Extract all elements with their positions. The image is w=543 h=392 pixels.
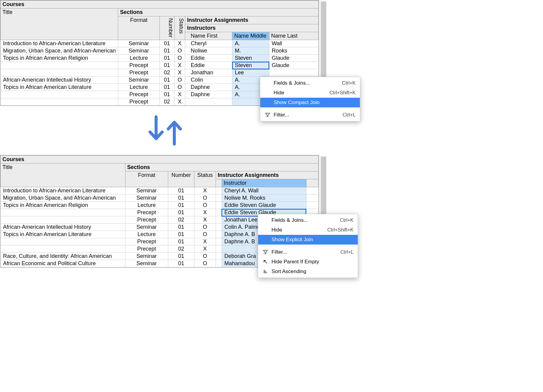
- cell[interactable]: Seminar: [125, 224, 168, 231]
- cell[interactable]: 02: [168, 245, 194, 253]
- cell[interactable]: O: [194, 224, 216, 231]
- cell[interactable]: X: [174, 40, 185, 47]
- cell[interactable]: 02: [159, 98, 174, 106]
- cell[interactable]: X: [194, 238, 216, 245]
- cell[interactable]: [216, 209, 222, 216]
- cell[interactable]: X: [194, 216, 216, 224]
- cell[interactable]: [216, 194, 222, 202]
- cell[interactable]: Seminar: [118, 47, 160, 55]
- cell[interactable]: 01: [159, 40, 174, 47]
- cell[interactable]: Migration, Urban Space, and African-Amer…: [1, 47, 118, 55]
- cell[interactable]: [216, 238, 222, 245]
- header-courses[interactable]: Courses: [1, 156, 319, 164]
- cell[interactable]: Precept: [125, 245, 168, 253]
- cell[interactable]: [216, 224, 222, 231]
- cell[interactable]: Glaude: [269, 62, 318, 69]
- cell[interactable]: African-American Intellectual History: [1, 224, 125, 231]
- header-name-middle[interactable]: Name Middle: [232, 32, 269, 40]
- cell[interactable]: A.: [232, 40, 269, 47]
- cell[interactable]: 01: [168, 194, 194, 202]
- cell[interactable]: O: [174, 84, 185, 91]
- cell[interactable]: Precept: [125, 209, 168, 216]
- cell[interactable]: [216, 260, 222, 267]
- cell[interactable]: 01: [159, 47, 174, 55]
- cell[interactable]: Lecture: [125, 202, 168, 209]
- header-number[interactable]: Number: [159, 16, 174, 40]
- cell[interactable]: 01: [159, 76, 174, 84]
- cell[interactable]: Precept: [125, 216, 168, 224]
- cell[interactable]: Seminar: [118, 40, 160, 47]
- cell[interactable]: Jonathan: [185, 69, 232, 76]
- cell[interactable]: 01: [168, 209, 194, 216]
- cell[interactable]: Precept: [118, 69, 160, 76]
- cell[interactable]: [216, 253, 222, 260]
- cell[interactable]: X: [174, 69, 185, 76]
- cell[interactable]: O: [194, 194, 216, 202]
- cell[interactable]: 01: [168, 238, 194, 245]
- menu-hide-parent[interactable]: Hide Parent If Empty: [258, 257, 358, 267]
- cell[interactable]: Eddie: [185, 62, 232, 69]
- cell[interactable]: Topics in African American Literature: [1, 231, 125, 238]
- menu-hide[interactable]: Hide Ctrl+Shift+K: [258, 225, 358, 235]
- cell[interactable]: Seminar: [125, 194, 168, 202]
- cell[interactable]: [216, 216, 222, 224]
- cell[interactable]: O: [174, 47, 185, 55]
- cell[interactable]: X: [174, 62, 185, 69]
- cell[interactable]: Lecture: [125, 231, 168, 238]
- header-sections[interactable]: Sections: [125, 164, 318, 171]
- cell[interactable]: X: [174, 98, 185, 106]
- courses-table-compact[interactable]: Courses Title Sections Format Number Sta…: [0, 155, 319, 268]
- table-row[interactable]: Topics in African American ReligionLectu…: [1, 202, 319, 209]
- cell[interactable]: Seminar: [125, 260, 168, 267]
- cell[interactable]: Migration, Urban Space, and African-Amer…: [1, 194, 125, 202]
- menu-hide[interactable]: Hide Ctrl+Shift+K: [260, 88, 360, 98]
- cell[interactable]: Steven: [232, 62, 269, 69]
- cell[interactable]: Introduction to African-American Literat…: [1, 187, 125, 194]
- header-title[interactable]: Title: [1, 8, 118, 40]
- cell[interactable]: [306, 202, 318, 209]
- menu-filter[interactable]: Filter... Ctrl+L: [260, 110, 360, 120]
- cell[interactable]: Topics in African American Religion: [1, 202, 125, 209]
- table-row[interactable]: Introduction to African-American Literat…: [1, 40, 319, 47]
- cell[interactable]: Daphne: [185, 91, 232, 98]
- cell[interactable]: 01: [159, 91, 174, 98]
- cell[interactable]: 01: [159, 55, 174, 62]
- cell[interactable]: 01: [168, 202, 194, 209]
- cell[interactable]: Eddie: [185, 55, 232, 62]
- cell[interactable]: O: [174, 55, 185, 62]
- cell[interactable]: [1, 98, 118, 106]
- menu-filter[interactable]: Filter... Ctrl+L: [258, 247, 358, 257]
- cell[interactable]: 01: [168, 187, 194, 194]
- cell[interactable]: 01: [168, 231, 194, 238]
- header-instructors[interactable]: Instructors: [185, 24, 319, 32]
- cell[interactable]: [1, 69, 118, 76]
- cell[interactable]: Introduction to African-American Literat…: [1, 40, 118, 47]
- cell[interactable]: 01: [159, 62, 174, 69]
- cell[interactable]: O: [194, 202, 216, 209]
- cell[interactable]: Cheryl A. Wall: [222, 187, 306, 194]
- cell[interactable]: African-American Intellectual History: [1, 76, 118, 84]
- cell[interactable]: Cheryl: [185, 40, 232, 47]
- cell[interactable]: [216, 202, 222, 209]
- cell[interactable]: X: [194, 187, 216, 194]
- cell[interactable]: X: [194, 209, 216, 216]
- cell[interactable]: [1, 91, 118, 98]
- table-row[interactable]: Migration, Urban Space, and African-Amer…: [1, 194, 319, 202]
- cell[interactable]: Noliwe M. Rooks: [222, 194, 306, 202]
- cell[interactable]: X: [174, 91, 185, 98]
- header-instructor-assignments[interactable]: Instructor Assignments: [216, 171, 318, 179]
- menu-show-compact-join[interactable]: Show Compact Join: [260, 98, 360, 107]
- cell[interactable]: 01: [168, 260, 194, 267]
- cell[interactable]: [216, 187, 222, 194]
- scrollbar-thumb[interactable]: [321, 2, 326, 80]
- cell[interactable]: Precept: [118, 62, 160, 69]
- header-format[interactable]: Format: [125, 171, 168, 187]
- table-row[interactable]: Topics in African American ReligionLectu…: [1, 55, 319, 62]
- cell[interactable]: O: [194, 231, 216, 238]
- cell[interactable]: M.: [232, 47, 269, 55]
- menu-fields-joins[interactable]: Fields & Joins... Ctrl+K: [260, 78, 360, 88]
- cell[interactable]: [1, 245, 125, 253]
- cell[interactable]: African Economic and Political Culture: [1, 260, 125, 267]
- cell[interactable]: 01: [168, 253, 194, 260]
- menu-sort-ascending[interactable]: Sort Ascending: [258, 267, 358, 276]
